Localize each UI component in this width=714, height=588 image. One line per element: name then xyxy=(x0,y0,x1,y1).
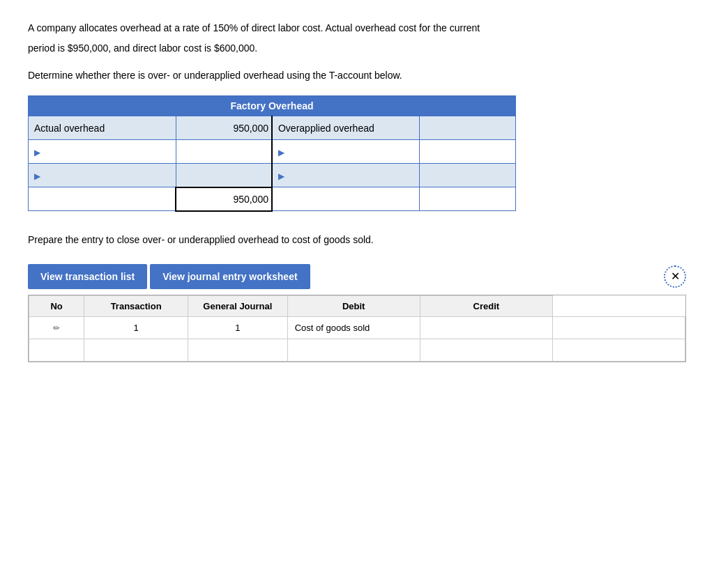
header-no: No xyxy=(29,295,84,316)
row1-no: 1 xyxy=(84,316,188,339)
t-account-total-row: 950,000 xyxy=(29,187,516,211)
header-debit: Debit xyxy=(287,295,420,316)
right-label-2: ▶ xyxy=(272,140,420,164)
journal-row-1: ✏ 1 1 Cost of goods sold xyxy=(29,316,685,339)
determine-text: Determine whether there is over- or unde… xyxy=(28,68,686,83)
total-right-label xyxy=(272,187,420,211)
row1-transaction: 1 xyxy=(188,316,288,339)
left-label-3: ▶ xyxy=(29,164,176,187)
row2-debit[interactable] xyxy=(420,339,552,361)
intro-text-line1: A company allocates overhead at a rate o… xyxy=(28,21,686,36)
row2-no xyxy=(84,339,188,361)
journal-container: No Transaction General Journal Debit Cre… xyxy=(28,295,686,362)
row2-icon-cell xyxy=(29,339,84,361)
right-amount-2[interactable] xyxy=(420,140,516,164)
row1-debit[interactable] xyxy=(420,316,552,339)
right-amount-3[interactable] xyxy=(420,164,516,187)
t-account-row-2: ▶ ▶ xyxy=(29,140,516,164)
header-transaction: Transaction xyxy=(84,295,188,316)
journal-row-2 xyxy=(29,339,685,361)
left-amount-1[interactable]: 950,000 xyxy=(176,116,272,140)
edit-icon: ✏ xyxy=(53,323,60,333)
header-general-journal: General Journal xyxy=(188,295,288,316)
total-left-label xyxy=(29,187,176,211)
row1-gj: Cost of goods sold xyxy=(287,316,420,339)
close-icon-button[interactable]: ✕ xyxy=(664,265,686,288)
total-left-amount[interactable]: 950,000 xyxy=(176,187,272,211)
button-row: View transaction list View journal entry… xyxy=(28,264,310,289)
view-journal-entry-worksheet-button[interactable]: View journal entry worksheet xyxy=(150,264,310,289)
button-row-wrapper: View transaction list View journal entry… xyxy=(28,258,686,295)
right-label-1: Overapplied overhead xyxy=(272,116,420,140)
total-right-amount[interactable] xyxy=(420,187,516,211)
right-label-3: ▶ xyxy=(272,164,420,187)
t-account-row-3: ▶ ▶ xyxy=(29,164,516,187)
row1-icon-cell: ✏ xyxy=(29,316,84,339)
header-credit: Credit xyxy=(420,295,552,316)
prepare-text: Prepare the entry to close over- or unde… xyxy=(28,233,686,247)
left-label-1: Actual overhead xyxy=(29,116,176,140)
view-transaction-list-button[interactable]: View transaction list xyxy=(28,264,147,289)
journal-header-row: No Transaction General Journal Debit Cre… xyxy=(29,295,685,316)
t-account-row-1: Actual overhead 950,000 Overapplied over… xyxy=(29,116,516,140)
left-amount-3[interactable] xyxy=(176,164,272,187)
right-amount-1[interactable] xyxy=(420,116,516,140)
row1-credit[interactable] xyxy=(552,316,685,339)
left-amount-2[interactable] xyxy=(176,140,272,164)
t-account-table: Factory Overhead Actual overhead 950,000… xyxy=(28,95,516,212)
row2-credit[interactable] xyxy=(552,339,685,361)
t-account-title: Factory Overhead xyxy=(29,96,516,116)
row2-gj xyxy=(287,339,420,361)
journal-table: No Transaction General Journal Debit Cre… xyxy=(29,295,685,362)
row2-transaction xyxy=(188,339,288,361)
left-label-2: ▶ xyxy=(29,140,176,164)
intro-text-line2: period is $950,000, and direct labor cos… xyxy=(28,41,686,56)
t-account-container: Factory Overhead Actual overhead 950,000… xyxy=(28,95,516,212)
